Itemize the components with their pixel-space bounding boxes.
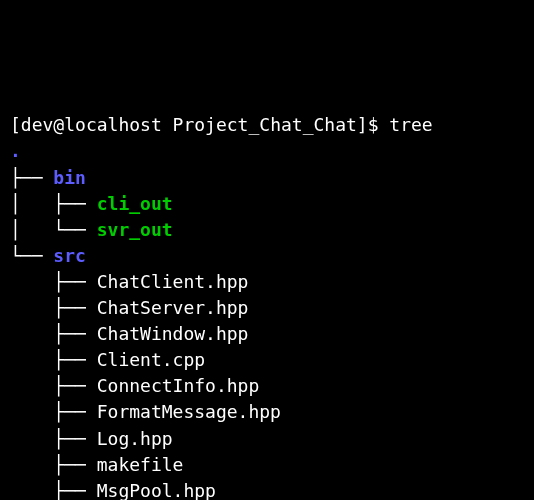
command: tree (389, 114, 432, 135)
tree-file: ├── FormatMessage.hpp (10, 401, 281, 422)
tree-file: ├── ChatClient.hpp (10, 271, 248, 292)
tree-file: │ └── svr_out (10, 219, 173, 240)
tree-root: . (10, 140, 21, 161)
tree-file: │ ├── cli_out (10, 193, 173, 214)
tree-file: ├── ConnectInfo.hpp (10, 375, 259, 396)
tree-file: ├── Log.hpp (10, 428, 173, 449)
tree-file: ├── ChatServer.hpp (10, 297, 248, 318)
prompt-line: [dev@localhost Project_Chat_Chat]$ (10, 114, 389, 135)
tree-dir: ├── bin (10, 167, 86, 188)
tree-file: ├── ChatWindow.hpp (10, 323, 248, 344)
tree-file: ├── Client.cpp (10, 349, 205, 370)
tree-file: ├── MsgPool.hpp (10, 480, 216, 500)
tree-dir: └── src (10, 245, 86, 266)
tree-file: ├── makefile (10, 454, 183, 475)
terminal[interactable]: [dev@localhost Project_Chat_Chat]$ tree … (10, 112, 524, 500)
tree-output: ├── bin │ ├── cli_out │ └── svr_out └── … (10, 167, 281, 500)
